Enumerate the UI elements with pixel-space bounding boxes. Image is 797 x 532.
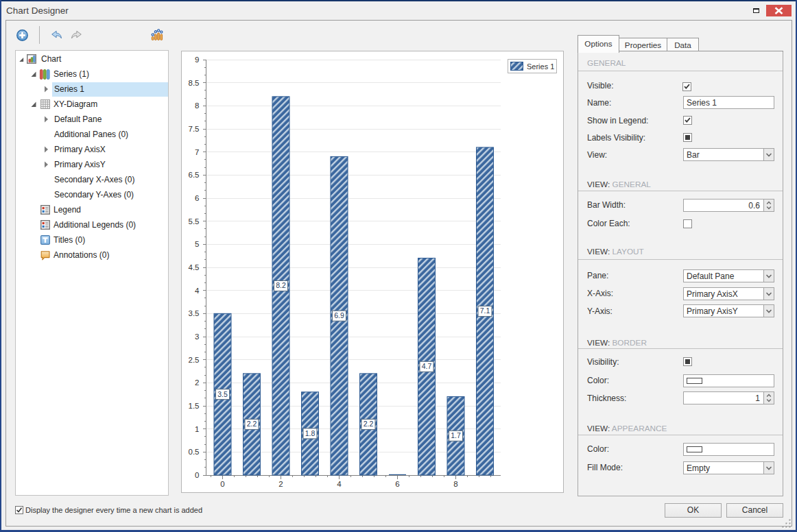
svg-text:6: 6 [395,480,399,488]
svg-text:4.5: 4.5 [189,263,200,271]
svg-text:5.5: 5.5 [189,217,200,226]
svg-text:6.5: 6.5 [189,171,200,179]
svg-text:3.5: 3.5 [217,390,228,398]
svg-text:0: 0 [195,471,199,479]
svg-text:1.8: 1.8 [305,429,316,437]
svg-text:7.5: 7.5 [189,125,200,133]
svg-text:6.9: 6.9 [334,311,344,319]
svg-text:7: 7 [195,148,199,156]
svg-text:4: 4 [195,287,200,295]
svg-text:4.7: 4.7 [422,362,432,370]
svg-text:3.5: 3.5 [189,309,200,317]
svg-text:7.1: 7.1 [480,306,490,315]
svg-text:4: 4 [337,480,342,488]
svg-text:3: 3 [195,332,199,341]
svg-text:8: 8 [195,101,199,110]
svg-text:2.2: 2.2 [247,420,257,428]
svg-text:8.5: 8.5 [189,79,200,87]
svg-text:0.5: 0.5 [189,448,200,456]
svg-text:5: 5 [195,240,199,248]
svg-text:2: 2 [278,480,283,488]
svg-text:1.7: 1.7 [451,431,461,439]
svg-text:2: 2 [195,378,199,387]
svg-text:8: 8 [453,480,457,488]
svg-text:1.5: 1.5 [189,402,200,410]
svg-text:9: 9 [195,56,199,64]
svg-text:6: 6 [195,194,199,202]
svg-text:1: 1 [195,425,199,433]
svg-text:Series 1: Series 1 [527,62,554,71]
svg-text:2.5: 2.5 [189,356,200,364]
svg-text:0: 0 [220,480,224,488]
svg-text:8.2: 8.2 [276,281,286,289]
svg-text:2.2: 2.2 [364,420,374,428]
